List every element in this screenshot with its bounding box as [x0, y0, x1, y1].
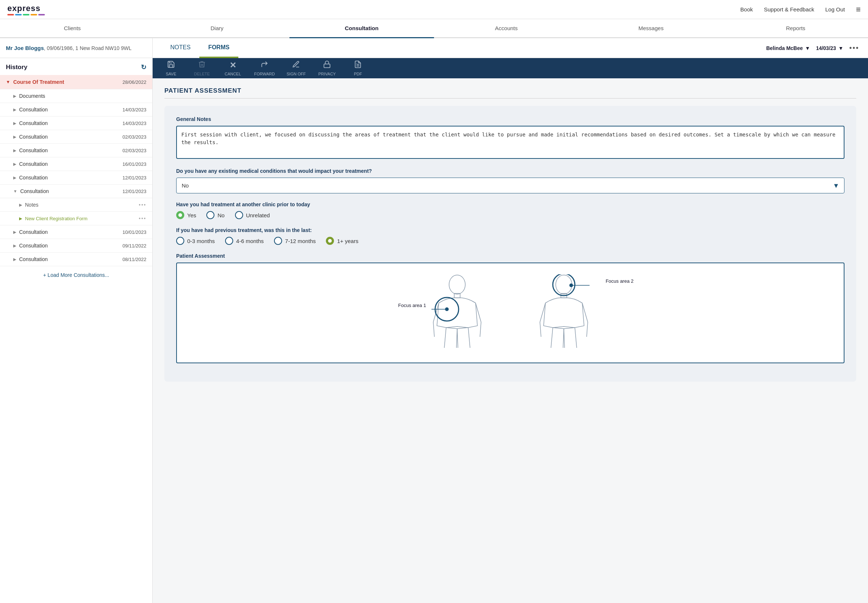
logo-bar-purple: [38, 14, 45, 15]
documents-item[interactable]: ▶ Documents: [0, 89, 152, 103]
consultation-item-9[interactable]: ▶ Consultation 08/11/2022: [0, 253, 152, 266]
nav-messages[interactable]: Messages: [579, 19, 723, 38]
svg-rect-0: [324, 64, 330, 68]
sign-off-icon: [292, 60, 300, 70]
nav-reports[interactable]: Reports: [723, 19, 868, 38]
practitioner-selector[interactable]: Belinda McBee ▼: [766, 45, 810, 51]
content-header-right: Belinda McBee ▼ 14/03/23 ▼ •••: [766, 44, 859, 52]
refresh-icon[interactable]: ↻: [141, 63, 146, 71]
tab-notes[interactable]: NOTES: [161, 38, 200, 58]
cancel-icon: ✕: [229, 61, 236, 70]
arrow-right-icon: ▶: [13, 121, 16, 126]
radio-1plus-circle: [326, 237, 334, 245]
support-link[interactable]: Support & Feedback: [764, 6, 814, 12]
figure-2: Focus area 2: [534, 274, 593, 351]
main-content: NOTES FORMS Belinda McBee ▼ 14/03/23 ▼ •…: [153, 38, 868, 603]
notes-options-icon[interactable]: •••: [139, 202, 146, 208]
form-options-icon[interactable]: •••: [139, 215, 146, 221]
history-title: History: [6, 63, 28, 71]
consultation-date: 08/11/2022: [122, 257, 146, 262]
previous-treatment-label: Have you had treatment at another clinic…: [176, 201, 845, 207]
privacy-button[interactable]: PRIVACY: [317, 60, 337, 76]
sidebar: Mr Joe Bloggs, 09/06/1986, 1 New Road NW…: [0, 38, 153, 603]
consultation-label: Consultation: [19, 243, 48, 249]
date-selector[interactable]: 14/03/23 ▼: [816, 45, 843, 51]
consultation-date: 02/03/2023: [122, 134, 146, 140]
save-icon: [167, 60, 175, 70]
patient-assessment-group: Patient Assessment: [176, 253, 845, 363]
radio-4-6[interactable]: 4-6 months: [225, 237, 264, 245]
logo-bar-green: [23, 14, 29, 15]
figure-1: Focus area 1: [428, 274, 487, 351]
medical-conditions-select-wrapper: No Yes ▼: [176, 178, 845, 193]
consultation-item-3[interactable]: ▶ Consultation 02/03/2023: [0, 130, 152, 144]
radio-1plus[interactable]: 1+ years: [326, 237, 358, 245]
consultation-item-1[interactable]: ▶ Consultation 14/03/2023: [0, 103, 152, 116]
logout-link[interactable]: Log Out: [825, 6, 845, 12]
radio-no[interactable]: No: [206, 211, 224, 219]
forward-label: FORWARD: [254, 72, 275, 76]
arrow-right-icon: ▶: [13, 230, 16, 235]
new-client-form-item[interactable]: ▶ New Client Registration Form •••: [0, 212, 152, 226]
radio-1plus-label: 1+ years: [337, 238, 358, 244]
logo-text: express: [7, 4, 45, 13]
course-of-treatment-item[interactable]: ▼ Course Of Treatment 28/06/2022: [0, 75, 152, 89]
delete-icon: [198, 60, 206, 70]
body-figure-1: [428, 274, 487, 351]
sign-off-button[interactable]: SIGN OFF: [286, 60, 306, 76]
consultation-item-4[interactable]: ▶ Consultation 02/03/2023: [0, 144, 152, 158]
consultation-item-7[interactable]: ▶ Consultation 10/01/2023: [0, 226, 152, 239]
body-diagram[interactable]: Focus area 1: [176, 263, 845, 363]
cancel-button[interactable]: ✕ CANCEL: [223, 61, 242, 76]
radio-no-circle: [206, 211, 214, 219]
notes-item[interactable]: ▶ Notes •••: [0, 198, 152, 212]
nav-accounts[interactable]: Accounts: [434, 19, 579, 38]
radio-yes[interactable]: Yes: [176, 211, 196, 219]
top-bar: express Book Support & Feedback Log Out …: [0, 0, 868, 19]
consultation-item-8[interactable]: ▶ Consultation 09/11/2022: [0, 239, 152, 253]
more-options-icon[interactable]: •••: [849, 44, 859, 52]
tab-forms[interactable]: FORMS: [200, 38, 238, 58]
arrow-right-icon: ▶: [19, 216, 22, 221]
practitioner-dropdown-icon: ▼: [805, 45, 810, 51]
consultation-date: 12/01/2023: [122, 189, 146, 194]
load-more-button[interactable]: + Load More Consultations...: [0, 266, 152, 284]
documents-label: Documents: [19, 93, 45, 99]
nav-consultation[interactable]: Consultation: [289, 19, 434, 38]
pdf-button[interactable]: PDF: [348, 60, 367, 76]
logo-bar-yellow: [31, 14, 37, 15]
consultation-item-5[interactable]: ▶ Consultation 16/01/2023: [0, 158, 152, 171]
consultation-date: 09/11/2022: [122, 243, 146, 249]
book-link[interactable]: Book: [740, 6, 753, 12]
radio-unrelated[interactable]: Unrelated: [235, 211, 270, 219]
general-notes-label: General Notes: [176, 116, 845, 122]
consultation-item-expanded[interactable]: ▼ Consultation 12/01/2023: [0, 185, 152, 198]
delete-button: DELETE: [192, 60, 212, 76]
hamburger-icon[interactable]: ≡: [856, 5, 861, 14]
patient-name: Mr Joe Bloggs: [6, 45, 44, 51]
medical-conditions-select[interactable]: No Yes: [176, 178, 845, 193]
figure-container: Focus area 1: [184, 271, 836, 355]
consultation-date: 12/01/2023: [122, 175, 146, 181]
medical-conditions-group: Do you have any existing medical conditi…: [176, 168, 845, 193]
arrow-down-icon: ▼: [13, 189, 17, 193]
nav-clients[interactable]: Clients: [0, 19, 145, 38]
radio-7-12[interactable]: 7-12 months: [274, 237, 316, 245]
radio-unrelated-circle: [235, 211, 243, 219]
focus-area-2-label: Focus area 2: [606, 278, 634, 284]
patient-assessment-label: Patient Assessment: [176, 253, 845, 259]
consultation-item-2[interactable]: ▶ Consultation 14/03/2023: [0, 116, 152, 130]
forward-button[interactable]: FORWARD: [254, 60, 275, 76]
previous-treatment-group: Have you had treatment at another clinic…: [176, 201, 845, 219]
nav-diary[interactable]: Diary: [145, 19, 289, 38]
patient-info: Mr Joe Bloggs, 09/06/1986, 1 New Road NW…: [0, 38, 152, 58]
consultation-label: Consultation: [19, 229, 48, 235]
radio-0-3[interactable]: 0-3 months: [176, 237, 215, 245]
consultation-date: 02/03/2023: [122, 148, 146, 153]
consultation-item-6[interactable]: ▶ Consultation 12/01/2023: [0, 171, 152, 185]
save-button[interactable]: SAVE: [161, 60, 181, 76]
consultation-date: 10/01/2023: [122, 229, 146, 235]
consultation-label: Consultation: [19, 107, 48, 113]
arrow-right-icon: ▶: [13, 94, 16, 99]
general-notes-input[interactable]: [176, 126, 845, 159]
